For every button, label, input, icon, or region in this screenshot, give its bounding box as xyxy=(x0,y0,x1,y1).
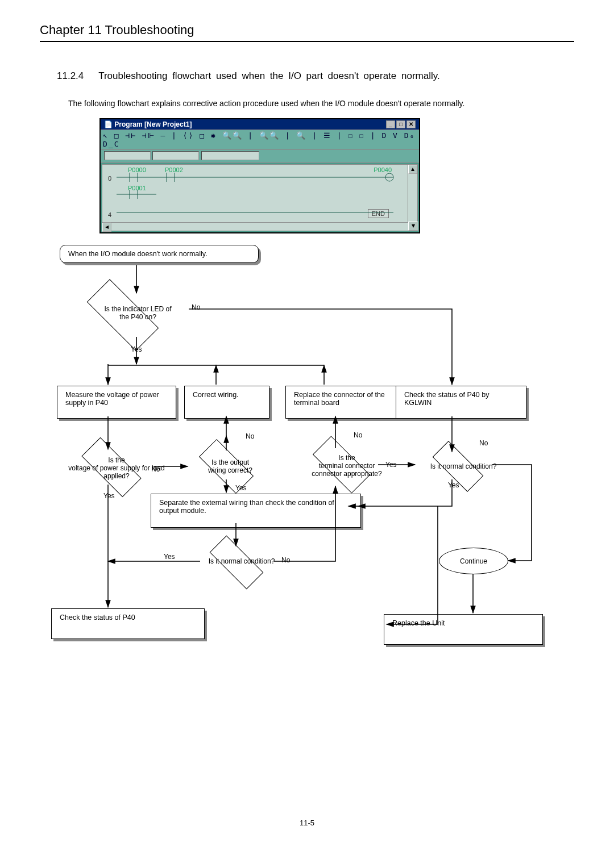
normal2-decision-text: Is it normal condition? xyxy=(196,557,287,565)
check-p40-box: Check the status of P40 xyxy=(51,608,205,639)
continue-node: Continue xyxy=(439,548,508,574)
program-toolbar[interactable]: ↖ □ ⊣⊢ ⊣⊩ — | ⟨⟩ □ ✱ 🔍🔍 | 🔍🔍 | 🔍 | ☰ | ☐… xyxy=(101,130,419,150)
led-decision-text: Is the indicator LED of the P40 on? xyxy=(82,305,193,321)
program-titlebar: 📄 Program [New Project1] _ □ ✕ xyxy=(101,119,419,130)
edge-led-no: No xyxy=(192,303,200,311)
edge-normal1-yes: Yes xyxy=(448,481,459,489)
window-controls[interactable]: _ □ ✕ xyxy=(386,120,416,128)
section-title: Troubleshooting flowchart used when the … xyxy=(98,70,440,81)
measure-box: Measure the voltage of power supply in P… xyxy=(57,386,176,419)
scroll-down-icon[interactable]: ▾ xyxy=(408,222,418,231)
program-icon: 📄 xyxy=(104,120,113,128)
program-window: 📄 Program [New Project1] _ □ ✕ ↖ □ ⊣⊢ ⊣⊩… xyxy=(99,118,420,233)
maximize-icon[interactable]: □ xyxy=(396,120,405,128)
edge-terminal-yes: Yes xyxy=(385,461,397,469)
section-number: 11.2.4 xyxy=(57,70,84,81)
scroll-up-icon[interactable]: ▴ xyxy=(408,165,417,174)
replace-connector-box: Replace the connector of the terminal bo… xyxy=(285,386,405,419)
edge-normal1-no: No xyxy=(479,439,488,447)
edge-voltage-no: No xyxy=(151,465,160,473)
edge-led-yes: Yes xyxy=(131,345,142,353)
edge-voltage-yes: Yes xyxy=(103,492,115,500)
correct-wiring-box: Correct wiring. xyxy=(184,386,269,419)
close-icon[interactable]: ✕ xyxy=(406,120,416,128)
chapter-title: Chapter 11 Troubleshooting xyxy=(40,23,574,42)
wiring-decision-text: Is the output wiring correct? xyxy=(185,458,276,474)
flowchart: When the I/O module doesn't work normall… xyxy=(40,239,574,671)
edge-wiring-no: No xyxy=(246,432,254,440)
start-node: When the I/O module doesn't work normall… xyxy=(60,245,259,263)
replace-unit-box: Replace the Unit xyxy=(384,614,543,645)
separate-wiring-box: Separate the external wiring than check … xyxy=(151,494,361,528)
program-title: Program [New Project1] xyxy=(114,120,192,128)
minimize-icon[interactable]: _ xyxy=(386,120,395,128)
program-address-bar xyxy=(101,150,419,163)
edge-wiring-yes: Yes xyxy=(235,484,247,492)
toolbar-glyphs: ↖ □ ⊣⊢ ⊣⊩ — | ⟨⟩ □ ✱ 🔍🔍 | 🔍🔍 | 🔍 | ☰ | ☐… xyxy=(103,131,415,148)
program-ladder-area: 0 P0000 P0002 P0040 P0001 4 END ▴ ▾ ◂ xyxy=(102,164,418,231)
edge-normal2-yes: Yes xyxy=(164,553,175,561)
edge-normal2-no: No xyxy=(281,556,290,564)
scroll-left-icon[interactable]: ◂ xyxy=(102,223,111,232)
terminal-decision-text: Is the terminal connector connector appr… xyxy=(296,454,398,478)
edge-terminal-no: No xyxy=(354,431,362,439)
page-number: 11-5 xyxy=(40,819,574,827)
normal1-decision-text: Is it normal condition? xyxy=(412,462,515,470)
check-kglwin-box: Check the status of P40 by KGLWIN xyxy=(396,386,526,419)
section-heading: 11.2.4 Troubleshooting flowchart used wh… xyxy=(57,70,574,82)
intro-paragraph: The following flowchart explains correct… xyxy=(68,99,574,108)
